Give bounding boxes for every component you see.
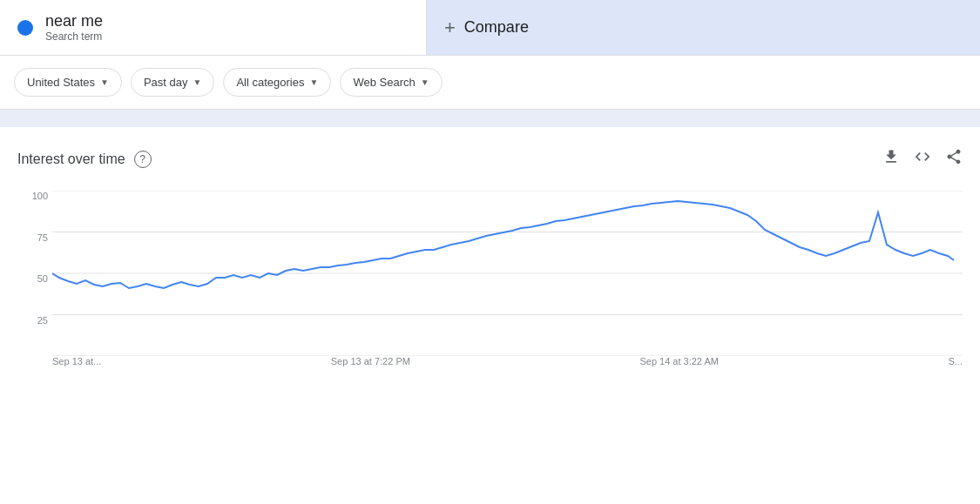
compare-label: Compare	[464, 18, 529, 37]
search-type-chevron-icon: ▼	[421, 77, 429, 87]
time-filter-label: Past day	[144, 76, 188, 89]
chart-header: Interest over time ?	[17, 148, 963, 170]
top-section: near me Search term + Compare	[0, 0, 980, 56]
blue-dot	[17, 20, 33, 36]
chart-title: Interest over time	[17, 151, 125, 167]
x-label-1: Sep 13 at 7:22 PM	[331, 356, 410, 366]
y-label-25: 25	[17, 315, 48, 326]
location-filter[interactable]: United States ▼	[14, 68, 122, 97]
search-term-box: near me Search term	[0, 0, 427, 55]
download-icon[interactable]	[882, 148, 900, 170]
time-filter[interactable]: Past day ▼	[131, 68, 215, 97]
location-chevron-icon: ▼	[100, 77, 109, 87]
light-blue-bar	[0, 110, 980, 127]
compare-box[interactable]: + Compare	[427, 0, 980, 55]
help-icon[interactable]: ?	[134, 151, 152, 168]
category-filter-label: All categories	[236, 76, 304, 89]
y-label-100: 100	[17, 191, 48, 201]
compare-plus-icon: +	[444, 17, 456, 39]
chart-actions	[882, 148, 963, 170]
category-chevron-icon: ▼	[310, 77, 319, 87]
chart-title-group: Interest over time ?	[17, 151, 152, 168]
search-term-label: Search term	[45, 30, 103, 43]
x-axis-labels: Sep 13 at... Sep 13 at 7:22 PM Sep 14 at…	[52, 356, 963, 382]
search-type-filter[interactable]: Web Search ▼	[340, 68, 442, 97]
time-chevron-icon: ▼	[193, 77, 202, 87]
x-label-3: S...	[948, 356, 963, 366]
chart-area	[52, 191, 963, 356]
location-filter-label: United States	[27, 76, 95, 89]
search-term-name: near me	[45, 12, 103, 30]
y-label-50: 50	[17, 273, 48, 284]
y-label-75: 75	[17, 232, 48, 243]
filters-bar: United States ▼ Past day ▼ All categorie…	[0, 56, 980, 110]
y-axis-labels: 100 75 50 25	[17, 191, 48, 356]
chart-wrapper: 100 75 50 25 Sep 13 at... Sep 13 at 7:22…	[17, 191, 963, 382]
chart-section: Interest over time ? 100 75 50 25	[0, 127, 980, 382]
x-label-0: Sep 13 at...	[52, 356, 101, 366]
x-label-2: Sep 14 at 3:22 AM	[639, 356, 719, 366]
search-type-filter-label: Web Search	[353, 76, 415, 89]
embed-icon[interactable]	[914, 148, 931, 170]
share-icon[interactable]	[945, 148, 963, 170]
category-filter[interactable]: All categories ▼	[223, 68, 331, 97]
